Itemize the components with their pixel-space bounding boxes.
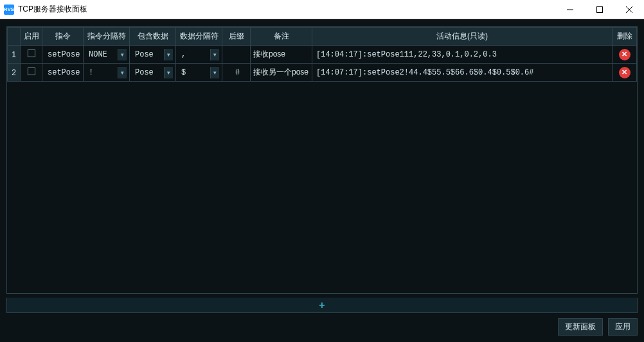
- chevron-down-icon[interactable]: ▾: [118, 67, 127, 78]
- data-input[interactable]: [132, 46, 164, 63]
- note-cell[interactable]: 接收pose: [251, 46, 312, 64]
- chevron-down-icon[interactable]: ▾: [118, 49, 127, 60]
- table-row: 1 ▾ ▾ ▾ 接收pose [14:04:17]:setPose111,22,…: [8, 46, 637, 64]
- enable-cell[interactable]: [21, 64, 42, 82]
- cmd-delim-input[interactable]: [86, 46, 118, 63]
- header-cmd: 指令: [42, 28, 84, 46]
- header-data: 包含数据: [130, 28, 176, 46]
- cmd-cell[interactable]: [42, 46, 84, 64]
- window-controls: [555, 0, 644, 19]
- header-enable: 启用: [21, 28, 42, 46]
- enable-checkbox[interactable]: [28, 50, 35, 57]
- header-data-delim: 数据分隔符: [176, 28, 222, 46]
- chevron-down-icon[interactable]: ▾: [210, 49, 219, 60]
- table-empty-area: [7, 82, 637, 293]
- delete-cell[interactable]: ✕: [613, 64, 637, 82]
- apply-button[interactable]: 应用: [608, 318, 638, 336]
- chevron-down-icon[interactable]: ▾: [164, 67, 173, 78]
- header-suffix: 后缀: [222, 28, 251, 46]
- data-delim-input[interactable]: [179, 46, 210, 63]
- add-row-button[interactable]: +: [6, 298, 638, 313]
- cmd-cell[interactable]: [42, 64, 84, 82]
- minimize-button[interactable]: [555, 0, 585, 19]
- delete-row-button[interactable]: ✕: [619, 67, 631, 78]
- data-delim-input[interactable]: [179, 64, 210, 81]
- bottom-button-row: 更新面板 应用: [6, 318, 638, 336]
- data-delim-cell[interactable]: ▾: [176, 64, 222, 82]
- refresh-panel-button[interactable]: 更新面板: [558, 318, 603, 336]
- cmd-delim-input[interactable]: [86, 64, 118, 81]
- delete-cell[interactable]: ✕: [613, 46, 637, 64]
- close-button[interactable]: [614, 0, 644, 19]
- chevron-down-icon[interactable]: ▾: [210, 67, 219, 78]
- header-index: [8, 28, 21, 46]
- chevron-down-icon[interactable]: ▾: [164, 49, 173, 60]
- info-cell: [14:07:17]:setPose2!44.4$55.5$66.6$0.4$0…: [312, 64, 613, 82]
- maximize-button[interactable]: [585, 0, 614, 19]
- header-cmd-delim: 指令分隔符: [84, 28, 130, 46]
- cmd-delim-cell[interactable]: ▾: [84, 64, 130, 82]
- app-icon: RVS: [4, 4, 14, 15]
- svg-rect-1: [597, 7, 603, 13]
- suffix-input[interactable]: [225, 64, 247, 81]
- receive-table: 启用 指令 指令分隔符 包含数据 数据分隔符 后缀 备注 活动信息(只读) 删除…: [6, 26, 638, 294]
- note-cell[interactable]: 接收另一个pose: [251, 64, 312, 82]
- header-row: 启用 指令 指令分隔符 包含数据 数据分隔符 后缀 备注 活动信息(只读) 删除: [8, 28, 637, 46]
- window-title: TCP服务器接收面板: [18, 4, 87, 15]
- row-index: 1: [8, 46, 21, 64]
- suffix-input[interactable]: [225, 46, 247, 63]
- enable-checkbox[interactable]: [28, 68, 35, 75]
- data-input[interactable]: [132, 64, 164, 81]
- delete-row-button[interactable]: ✕: [619, 49, 631, 60]
- cmd-delim-cell[interactable]: ▾: [84, 46, 130, 64]
- row-index: 2: [8, 64, 21, 82]
- header-info: 活动信息(只读): [312, 28, 613, 46]
- table-row: 2 ▾ ▾ ▾ 接收另一个pose [14:07:17]:setPose2!44…: [8, 64, 637, 82]
- cmd-input[interactable]: [45, 46, 80, 63]
- data-cell[interactable]: ▾: [130, 46, 176, 64]
- cmd-input[interactable]: [45, 64, 80, 81]
- titlebar: RVS TCP服务器接收面板: [0, 0, 644, 19]
- info-cell: [14:04:17]:setPose111,22,33,0.1,0.2,0.3: [312, 46, 613, 64]
- data-delim-cell[interactable]: ▾: [176, 46, 222, 64]
- suffix-cell[interactable]: [222, 46, 251, 64]
- client-area: 启用 指令 指令分隔符 包含数据 数据分隔符 后缀 备注 活动信息(只读) 删除…: [0, 19, 644, 342]
- enable-cell[interactable]: [21, 46, 42, 64]
- header-delete: 删除: [613, 28, 637, 46]
- header-note: 备注: [251, 28, 312, 46]
- suffix-cell[interactable]: [222, 64, 251, 82]
- data-cell[interactable]: ▾: [130, 64, 176, 82]
